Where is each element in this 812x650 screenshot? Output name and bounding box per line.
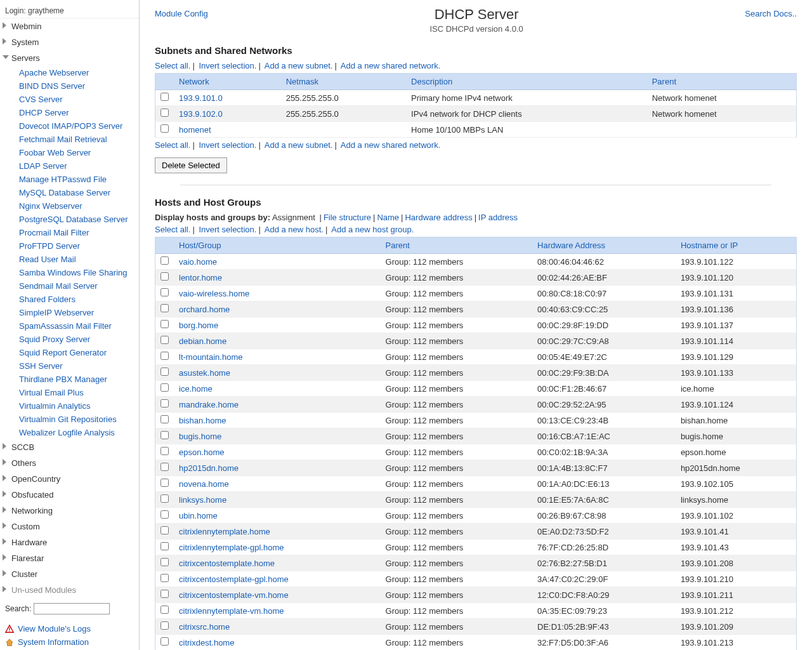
row-checkbox[interactable] [160,256,169,265]
sidebar-item[interactable]: Sendmail Mail Server [0,279,139,293]
row-checkbox[interactable] [160,336,169,344]
row-checkbox[interactable] [160,93,169,101]
search-input[interactable] [34,603,110,614]
sidebar-item[interactable]: LDAP Server [0,159,139,173]
row-checkbox[interactable] [160,352,169,360]
host-cell[interactable]: orchard.home [174,302,381,317]
sidebar-category[interactable]: Custom [0,519,139,534]
row-checkbox[interactable] [160,109,169,117]
row-checkbox[interactable] [160,447,169,455]
row-checkbox[interactable] [160,574,169,582]
sidebar-category[interactable]: Obsfucated [0,487,139,503]
sidebar-category[interactable]: Servers [0,50,139,66]
row-checkbox[interactable] [160,124,169,133]
sidebar-item[interactable]: SpamAssassin Mail Filter [0,319,139,333]
row-checkbox[interactable] [160,304,169,312]
add-subnet-link[interactable]: Add a new subnet. [265,61,333,70]
host-cell[interactable]: ice.home [174,381,381,397]
network-cell[interactable]: 193.9.101.0 [174,90,281,106]
row-checkbox[interactable] [160,526,169,534]
display-by-option[interactable]: Hardware address [405,213,472,222]
sidebar-category[interactable]: Hardware [0,534,139,550]
host-cell[interactable]: citrixlennytemplate.home [174,524,381,540]
host-cell[interactable]: hp2015dn.home [174,460,381,476]
host-cell[interactable]: epson.home [174,444,381,460]
sidebar-item[interactable]: Virtualmin Git Repositories [0,413,139,426]
row-checkbox[interactable] [160,558,169,566]
sidebar-item[interactable]: Samba Windows File Sharing [0,266,139,279]
footer-link[interactable]: View Module's Logs [5,622,134,635]
row-checkbox[interactable] [160,399,169,408]
delete-selected-button[interactable]: Delete Selected [155,157,227,173]
host-cell[interactable]: citrixcentostemplate.home [174,555,381,571]
row-checkbox[interactable] [160,463,169,471]
sidebar-item[interactable]: BIND DNS Server [0,79,139,93]
add-shared-network-link[interactable]: Add a new shared network. [341,140,441,150]
display-by-option[interactable]: Name [377,213,399,222]
row-checkbox[interactable] [160,288,169,296]
sidebar-item[interactable]: Apache Webserver [0,66,139,79]
search-docs-link[interactable]: Search Docs.. [745,6,797,18]
module-config-link[interactable]: Module Config [155,6,208,18]
sidebar-item[interactable]: MySQL Database Server [0,186,139,199]
select-all-link[interactable]: Select all. [155,225,190,234]
host-cell[interactable]: citrixcentostemplate-vm.home [174,587,381,603]
sidebar-item[interactable]: Foobar Web Server [0,146,139,159]
sidebar-category[interactable]: SCCB [0,439,139,455]
host-cell[interactable]: mandrake.home [174,397,381,413]
display-by-option[interactable]: IP address [478,213,518,222]
sidebar-item[interactable]: Squid Proxy Server [0,333,139,346]
host-cell[interactable]: bugis.home [174,428,381,444]
sidebar-item[interactable]: Webalizer Logfile Analysis [0,426,139,439]
add-shared-network-link[interactable]: Add a new shared network. [341,61,441,70]
column-header[interactable]: Description [406,74,647,90]
sidebar-item[interactable]: PostgreSQL Database Server [0,213,139,226]
sidebar-item[interactable]: SSH Server [0,359,139,373]
row-checkbox[interactable] [160,320,169,328]
row-checkbox[interactable] [160,590,169,598]
host-cell[interactable]: debian.home [174,333,381,349]
add-host-link[interactable]: Add a new host. [265,225,324,234]
network-cell[interactable]: 193.9.102.0 [174,106,281,122]
sidebar-item[interactable]: Squid Report Generator [0,346,139,359]
network-cell[interactable]: homenet [174,122,281,138]
row-checkbox[interactable] [160,494,169,503]
host-cell[interactable]: asustek.home [174,365,381,381]
column-header[interactable]: Hardware Address [532,237,676,254]
row-checkbox[interactable] [160,606,169,614]
sidebar-category[interactable]: Flarestar [0,550,139,566]
host-cell[interactable]: vaio.home [174,254,381,270]
host-cell[interactable]: borg.home [174,317,381,333]
sidebar-item[interactable]: DHCP Server [0,106,139,119]
host-cell[interactable]: novena.home [174,476,381,492]
add-host-group-link[interactable]: Add a new host group. [331,225,414,234]
sidebar-category[interactable]: Webmin [0,18,139,34]
column-header[interactable]: Hostname or IP [676,237,797,254]
host-cell[interactable]: citrixsrc.home [174,619,381,635]
display-by-option[interactable]: File structure [324,213,371,222]
row-checkbox[interactable] [160,510,169,519]
select-all-link[interactable]: Select all. [155,140,190,150]
host-cell[interactable]: vaio-wireless.home [174,286,381,302]
host-cell[interactable]: ubin.home [174,508,381,524]
sidebar-item[interactable]: Procmail Mail Filter [0,226,139,239]
invert-selection-link[interactable]: Invert selection. [199,61,256,70]
select-all-link[interactable]: Select all. [155,61,190,70]
row-checkbox[interactable] [160,479,169,487]
sidebar-item[interactable]: Shared Folders [0,293,139,306]
invert-selection-link[interactable]: Invert selection. [199,225,256,234]
host-cell[interactable]: lentor.home [174,270,381,286]
sidebar-item[interactable]: Nginx Webserver [0,199,139,213]
host-cell[interactable]: lt-mountain.home [174,349,381,365]
host-cell[interactable]: linksys.home [174,492,381,508]
host-cell[interactable]: citrixlennytemplate-gpl.home [174,540,381,555]
row-checkbox[interactable] [160,368,169,376]
column-header[interactable]: Netmask [281,74,406,90]
sidebar-item[interactable]: Fetchmail Mail Retrieval [0,133,139,146]
sidebar-item[interactable]: ProFTPD Server [0,239,139,253]
host-cell[interactable]: citrixdest.home [174,635,381,651]
row-checkbox[interactable] [160,431,169,439]
invert-selection-link[interactable]: Invert selection. [199,140,256,150]
column-header[interactable]: Network [174,74,281,90]
sidebar-item[interactable]: Virtual Email Plus [0,386,139,399]
